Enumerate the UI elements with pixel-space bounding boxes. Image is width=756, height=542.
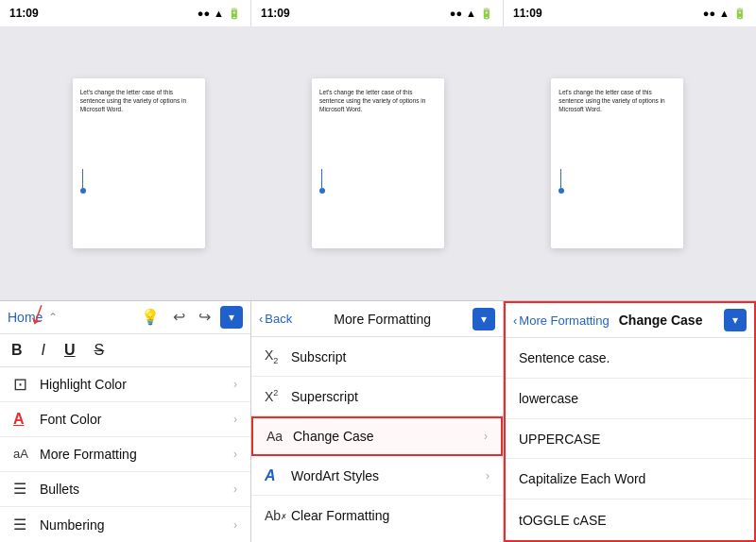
cursor-handle-1 xyxy=(80,188,86,194)
subscript-item[interactable]: X2 Subscript xyxy=(251,337,503,377)
bold-button[interactable]: B xyxy=(11,342,23,359)
dropdown-button[interactable]: ▾ xyxy=(220,306,243,329)
change-case-item[interactable]: Aa Change Case › xyxy=(251,416,503,456)
bullets-icon: ☰ xyxy=(13,480,40,498)
panel-change-case: ‹ More Formatting Change Case ▾ Sentence… xyxy=(504,301,756,542)
change-case-back-button[interactable]: ‹ More Formatting xyxy=(513,313,610,328)
numbering-icon: ☰ xyxy=(13,516,40,534)
highlight-color-item[interactable]: ⊡ Highlight Color › xyxy=(0,367,250,402)
format-buttons-row: B I U S xyxy=(0,334,250,367)
uppercase-label: UPPERCASE xyxy=(519,432,600,447)
subscript-label: Subscript xyxy=(291,349,490,364)
cursor-handle-3 xyxy=(558,188,564,194)
panel-home: Home ⌃ 💡 ↩ ↪ ▾ B I U S ⊡ Highlight Color… xyxy=(0,301,251,542)
undo-icon[interactable]: ↩ xyxy=(169,306,189,328)
toggle-case-label: tOGGLE cASE xyxy=(519,513,607,528)
clear-formatting-item[interactable]: Ab✗ Clear Formatting xyxy=(251,496,503,535)
back-button[interactable]: ‹ Back xyxy=(259,312,292,326)
font-color-chevron-icon: › xyxy=(233,413,237,426)
wordart-item[interactable]: A WordArt Styles › xyxy=(251,456,503,496)
numbering-chevron-icon: › xyxy=(233,518,237,532)
more-formatting-label: More Formatting xyxy=(40,447,233,462)
status-icons-1: ●● ▲ 🔋 xyxy=(198,8,241,20)
document-area: Let's change the letter case of this sen… xyxy=(0,26,756,300)
status-bar-3: 11:09 ●● ▲ 🔋 xyxy=(504,0,756,26)
lowercase-item[interactable]: lowercase xyxy=(506,379,754,419)
lowercase-label: lowercase xyxy=(519,391,578,406)
more-formatting-toolbar: ‹ Back More Formatting ▾ xyxy=(251,301,503,337)
change-case-icon: Aa xyxy=(266,429,293,444)
highlight-chevron-icon: › xyxy=(233,378,237,391)
panels-container: Home ⌃ 💡 ↩ ↪ ▾ B I U S ⊡ Highlight Color… xyxy=(0,300,756,542)
capitalize-each-word-item[interactable]: Capitalize Each Word xyxy=(506,459,754,500)
wordart-icon: A xyxy=(265,467,291,484)
time-2: 11:09 xyxy=(261,7,290,20)
change-case-label: Change Case xyxy=(293,429,484,444)
bullets-label: Bullets xyxy=(40,482,233,497)
wordart-label: WordArt Styles xyxy=(291,468,486,483)
font-color-label: Font Color xyxy=(40,412,233,427)
more-formatting-chevron-icon: › xyxy=(233,448,237,461)
sentence-case-label: Sentence case. xyxy=(519,350,610,365)
change-case-back-chevron-icon: ‹ xyxy=(513,313,517,328)
font-color-icon: A xyxy=(13,411,40,428)
wordart-chevron-icon: › xyxy=(486,469,490,483)
redo-icon[interactable]: ↪ xyxy=(195,306,215,328)
sentence-case-item[interactable]: Sentence case. xyxy=(506,338,754,379)
cursor-line-3 xyxy=(560,169,561,188)
numbering-label: Numbering xyxy=(40,517,233,533)
highlight-icon: ⊡ xyxy=(13,374,40,395)
doc-text-3: Let's change the letter case of this sen… xyxy=(558,88,676,113)
numbering-item[interactable]: ☰ Numbering › xyxy=(0,507,250,542)
toggle-case-item[interactable]: tOGGLE cASE xyxy=(506,500,754,540)
time-3: 11:09 xyxy=(513,7,542,20)
subscript-icon: X2 xyxy=(265,347,291,365)
doc-page-3: Let's change the letter case of this sen… xyxy=(551,78,683,248)
bullets-item[interactable]: ☰ Bullets › xyxy=(0,472,250,507)
superscript-icon: X2 xyxy=(265,388,291,404)
back-chevron-icon: ‹ xyxy=(259,312,263,326)
uppercase-item[interactable]: UPPERCASE xyxy=(506,419,754,460)
underline-button[interactable]: U xyxy=(64,342,76,359)
bullets-chevron-icon: › xyxy=(233,483,237,496)
change-case-back-label: More Formatting xyxy=(519,313,609,328)
cursor-handle-2 xyxy=(319,188,325,194)
font-color-item[interactable]: A Font Color › xyxy=(0,402,250,437)
more-formatting-item[interactable]: aA More Formatting › xyxy=(0,437,250,472)
capitalize-each-word-label: Capitalize Each Word xyxy=(519,471,645,486)
more-formatting-title: More Formatting xyxy=(334,312,431,327)
italic-button[interactable]: I xyxy=(42,342,45,359)
superscript-label: Superscript xyxy=(291,389,490,404)
clear-formatting-label: Clear Formatting xyxy=(291,508,490,523)
time-1: 11:09 xyxy=(9,7,39,20)
clear-formatting-icon: Ab✗ xyxy=(265,508,291,523)
superscript-item[interactable]: X2 Superscript xyxy=(251,377,503,416)
cursor-line-1 xyxy=(82,169,83,188)
panel-more-formatting: ‹ Back More Formatting ▾ X2 Subscript X2… xyxy=(251,301,504,542)
status-icons-2: ●● ▲ 🔋 xyxy=(450,8,493,20)
doc-text-1: Let's change the letter case of this sen… xyxy=(80,88,198,113)
doc-page-2: Let's change the letter case of this sen… xyxy=(312,78,444,248)
change-case-toolbar: ‹ More Formatting Change Case ▾ xyxy=(506,303,754,338)
home-chevron-icon: ⌃ xyxy=(48,311,58,324)
more-formatting-dropdown-button[interactable]: ▾ xyxy=(472,308,495,330)
strikethrough-button[interactable]: S xyxy=(94,342,105,359)
more-formatting-icon: aA xyxy=(13,447,40,461)
change-case-title: Change Case xyxy=(619,313,703,328)
status-icons-3: ●● ▲ 🔋 xyxy=(703,8,747,20)
highlight-label: Highlight Color xyxy=(40,377,233,392)
doc-page-1: Let's change the letter case of this sen… xyxy=(73,78,205,248)
cursor-line-2 xyxy=(321,169,322,188)
doc-text-2: Let's change the letter case of this sen… xyxy=(319,88,437,113)
back-label: Back xyxy=(265,312,292,326)
lightbulb-icon[interactable]: 💡 xyxy=(137,306,163,328)
status-bar-2: 11:09 ●● ▲ 🔋 xyxy=(251,0,504,26)
status-bar-1: 11:09 ●● ▲ 🔋 xyxy=(0,0,251,26)
change-case-dropdown-button[interactable]: ▾ xyxy=(724,309,747,331)
change-case-chevron-icon: › xyxy=(484,430,488,443)
